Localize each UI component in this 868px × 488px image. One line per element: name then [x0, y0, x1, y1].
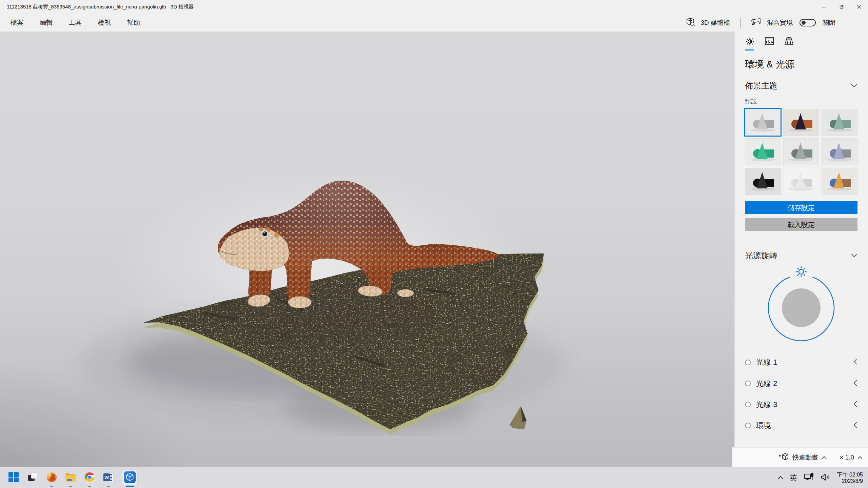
3d-viewer-button[interactable] [122, 470, 138, 486]
3d-library-icon [686, 17, 696, 28]
menu-bar: 檔案 編輯 工具 檢視 幫助 3D 媒體櫃 混合實境 [0, 14, 868, 32]
light-row-3[interactable]: 光線 3 [745, 394, 857, 415]
firefox-icon [46, 472, 57, 484]
minimize-button[interactable] [815, 0, 833, 14]
firefox-button[interactable] [46, 472, 57, 483]
model-canvas[interactable] [0, 32, 734, 467]
light-1-label: 光線 1 [756, 357, 854, 367]
taskbar-clock[interactable]: 下午 02:05 2023/8/9 [837, 471, 863, 484]
running-indicator [50, 486, 53, 487]
file-explorer-button[interactable] [65, 472, 76, 483]
stats-tab-icon [765, 37, 774, 47]
chevron-down-icon [851, 83, 857, 89]
preset-black[interactable] [745, 168, 781, 195]
load-settings-button[interactable]: 載入設定 [745, 218, 857, 231]
tab-stats[interactable] [765, 37, 774, 50]
chevron-up-icon[interactable] [857, 454, 863, 461]
dial-knob[interactable] [782, 288, 821, 327]
grid-tab-icon [784, 37, 794, 47]
sun-dial-icon [796, 267, 806, 277]
quick-animation-icon [779, 453, 789, 462]
mixed-reality-icon [751, 18, 762, 28]
chevron-left-icon[interactable] [854, 380, 857, 387]
light-2-label: 光線 2 [756, 379, 854, 389]
tab-grid-views[interactable] [784, 37, 794, 50]
light-rotation-dial[interactable] [745, 266, 857, 345]
mixed-reality-label: 混合實境 [767, 18, 793, 27]
menu-help[interactable]: 幫助 [122, 16, 145, 30]
task-view-button[interactable] [27, 472, 38, 483]
menu-file[interactable]: 檔案 [5, 16, 29, 30]
chevron-left-icon[interactable] [854, 359, 857, 366]
light-rotation-header[interactable]: 光源旋轉 [745, 250, 857, 261]
preset-green[interactable] [745, 138, 781, 165]
svg-text:W: W [104, 475, 109, 480]
chrome-button[interactable] [84, 472, 95, 483]
light-row-1[interactable]: 光線 1 [745, 352, 857, 373]
model-viewport[interactable] [0, 32, 734, 467]
light-row-2[interactable]: 光線 2 [745, 373, 857, 394]
system-tray: 英 下午 02:05 2023/8/9 [777, 467, 863, 488]
playback-bar: 快速動畫 × 1.0 [732, 447, 868, 467]
task-view-icon [27, 472, 38, 484]
preset-white[interactable] [783, 168, 819, 195]
close-icon [857, 4, 862, 9]
hidden-icons-chevron[interactable] [777, 475, 783, 481]
environment-label: 環境 [756, 421, 854, 431]
word-button[interactable]: W [103, 472, 114, 483]
word-icon: W [103, 472, 114, 484]
toggle-knob [802, 21, 806, 25]
3d-library-button[interactable]: 3D 媒體櫃 [701, 18, 730, 27]
panel-title: 環境 & 光源 [745, 58, 857, 71]
chrome-icon [84, 472, 95, 484]
menu-view[interactable]: 檢視 [93, 16, 116, 30]
menu-items: 檔案 編輯 工具 檢視 幫助 [0, 16, 151, 30]
chevron-left-icon[interactable] [854, 422, 857, 429]
light-rows: 光線 1 光線 2 光線 3 環境 [745, 352, 857, 436]
environment-radio[interactable] [745, 423, 751, 428]
light-row-environment[interactable]: 環境 [745, 415, 857, 436]
taskbar-apps: W [8, 467, 138, 488]
speaker-icon[interactable] [821, 473, 830, 483]
start-button[interactable] [8, 472, 19, 483]
preset-sage-teal[interactable] [822, 109, 857, 136]
menu-tools[interactable]: 工具 [63, 16, 87, 30]
theme-section-header[interactable]: 佈景主題 [745, 80, 857, 91]
close-button[interactable] [850, 0, 868, 14]
quick-animation-label[interactable]: 快速動畫 [792, 453, 818, 462]
network-icon[interactable] [804, 473, 814, 483]
light-3-label: 光線 3 [756, 400, 854, 410]
settings-panel: 環境 & 光源 佈景主題 預設 儲存設定 載入設定 光源旋轉 [734, 32, 868, 447]
preset-neutral-gray[interactable] [745, 109, 781, 136]
mixed-reality-state: 關閉 [823, 18, 835, 27]
tab-environment-light[interactable] [745, 37, 754, 50]
sun-tab-icon [745, 37, 754, 47]
preset-gray-green[interactable] [783, 138, 819, 165]
theme-section-title: 佈景主題 [745, 80, 777, 91]
active-indicator [126, 486, 134, 487]
restore-button[interactable] [833, 0, 850, 14]
ime-indicator[interactable]: 英 [790, 473, 797, 483]
panel-tabs [745, 32, 857, 50]
light-1-radio[interactable] [745, 360, 751, 365]
chevron-down-icon [851, 252, 857, 259]
save-settings-button[interactable]: 儲存設定 [745, 201, 857, 214]
chevron-up-icon[interactable] [822, 454, 827, 461]
light-rotation-title: 光源旋轉 [745, 250, 777, 261]
preset-dark-orange[interactable] [783, 109, 819, 136]
menu-edit[interactable]: 編輯 [34, 16, 58, 30]
preset-colorful[interactable] [822, 168, 857, 195]
mixed-reality-toggle[interactable] [800, 19, 816, 26]
presets-label: 預設 [745, 97, 857, 105]
zoom-level[interactable]: × 1.0 [840, 454, 854, 461]
preset-lavender[interactable] [822, 138, 857, 165]
3d-viewer-icon [124, 471, 136, 484]
chevron-left-icon[interactable] [854, 401, 857, 408]
screen: 111213518 莊稷豐_8369548_assignsubmission_f… [0, 0, 868, 488]
light-3-radio[interactable] [745, 402, 751, 407]
pangolin-eye [261, 230, 269, 238]
file-explorer-icon [65, 473, 76, 483]
window-controls [815, 0, 868, 14]
taskbar: W [0, 467, 868, 488]
light-2-radio[interactable] [745, 381, 751, 386]
